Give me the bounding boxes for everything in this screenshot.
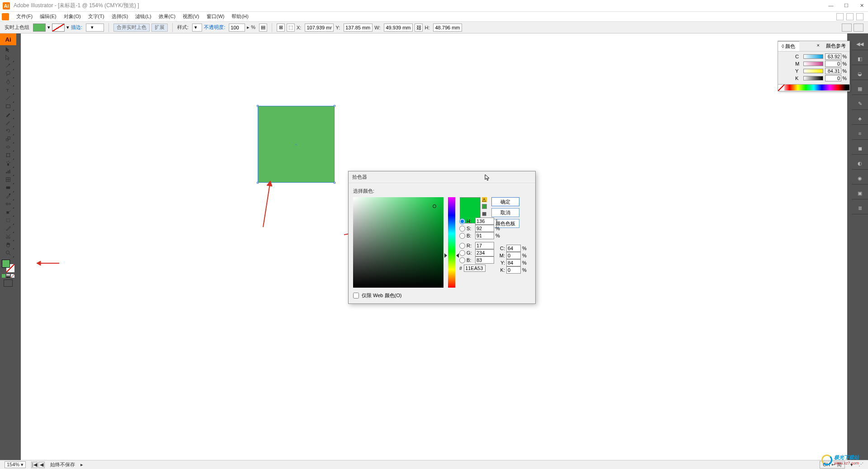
blend-tool[interactable]	[3, 200, 14, 208]
scissors-tool[interactable]	[3, 232, 14, 241]
web-safe-warning-icon[interactable]: ▦	[482, 211, 487, 216]
m-input[interactable]	[825, 61, 841, 67]
g-input[interactable]	[475, 249, 494, 256]
stroke-swatch[interactable]	[52, 24, 65, 32]
spectrum-none-icon[interactable]	[778, 85, 784, 91]
menu-view[interactable]: 视图(V)	[179, 13, 203, 20]
rotate-tool[interactable]	[3, 127, 14, 135]
menu-window[interactable]: 窗口(W)	[203, 13, 228, 20]
g-radio[interactable]	[459, 250, 465, 256]
menu-filter[interactable]: 滤镜(L)	[132, 13, 155, 20]
minimize-icon[interactable]: —	[827, 3, 835, 9]
opacity-input[interactable]	[229, 24, 245, 32]
mesh-tool[interactable]	[3, 175, 14, 184]
gamut-nearest-icon[interactable]	[482, 204, 487, 209]
cancel-button[interactable]: 取消	[491, 208, 519, 217]
s-input[interactable]	[475, 225, 494, 232]
k-slider[interactable]	[803, 76, 823, 81]
menu-object[interactable]: 对象(O)	[60, 13, 85, 20]
r-radio[interactable]	[459, 243, 465, 249]
stroke-dropdown-icon[interactable]: ▾	[66, 24, 69, 30]
save-state-dropdown-icon[interactable]: ▸	[80, 462, 83, 468]
saturation-value-field[interactable]	[353, 197, 443, 288]
fill-swatch[interactable]	[33, 24, 46, 32]
m2-input[interactable]	[506, 252, 521, 259]
stroke-weight-select[interactable]: ▾	[86, 24, 104, 32]
y-input[interactable]	[825, 68, 841, 74]
rectangle-tool[interactable]	[3, 102, 14, 110]
link-wh-icon[interactable]: ⛓	[415, 24, 423, 32]
line-tool[interactable]	[3, 94, 14, 102]
y-input[interactable]	[344, 24, 373, 32]
maximize-icon[interactable]: ☐	[843, 3, 850, 9]
w-input[interactable]	[384, 24, 413, 32]
m-slider[interactable]	[803, 62, 823, 66]
transform-icon[interactable]: ⬚	[287, 24, 295, 32]
close-icon[interactable]: ✕	[858, 3, 865, 9]
opacity-label[interactable]: 不透明度:	[204, 24, 225, 31]
style-select[interactable]: ▾	[192, 24, 202, 32]
menu-edit[interactable]: 编辑(E)	[36, 13, 60, 20]
symbol-sprayer-tool[interactable]	[3, 159, 14, 167]
k-input[interactable]	[825, 75, 841, 81]
solid-color-icon[interactable]	[2, 274, 5, 278]
doc-close-icon[interactable]	[856, 13, 863, 20]
h-input[interactable]	[433, 24, 462, 32]
y2-input[interactable]	[506, 259, 521, 266]
prev-page-icon[interactable]: ◀	[38, 462, 45, 468]
stroke-label[interactable]: 描边:	[71, 24, 82, 31]
tab-color-guide[interactable]: 颜色参考	[822, 41, 849, 51]
first-page-icon[interactable]: |◀	[31, 462, 38, 468]
selection-tool[interactable]	[3, 45, 14, 53]
menu-type[interactable]: 文字(T)	[85, 13, 108, 20]
type-tool[interactable]: T	[3, 86, 14, 94]
web-only-checkbox[interactable]	[353, 293, 359, 298]
menu-effect[interactable]: 效果(C)	[155, 13, 179, 20]
tab-close-icon[interactable]: ×	[814, 41, 822, 51]
appearance-icon[interactable]: ◉	[856, 174, 864, 182]
pen-tool[interactable]	[3, 78, 14, 86]
resize-handle[interactable]	[257, 182, 259, 184]
lasso-tool[interactable]	[3, 70, 14, 78]
gradient-tool[interactable]	[3, 184, 14, 192]
slice-tool[interactable]	[3, 224, 14, 232]
graphic-styles-icon[interactable]: ▣	[856, 189, 864, 197]
doc-info-icon[interactable]: ▤	[259, 24, 267, 32]
tab-color[interactable]: ◊ 颜色	[778, 41, 799, 51]
h-input[interactable]	[475, 218, 494, 225]
hex-input[interactable]	[464, 265, 486, 272]
menu-file[interactable]: 文件(F)	[13, 13, 36, 20]
bb-radio[interactable]	[459, 257, 465, 263]
warp-tool[interactable]	[3, 143, 14, 151]
gradient-panel-icon[interactable]: ◼	[856, 144, 864, 152]
live-paint-tool[interactable]	[3, 208, 14, 216]
fill-dropdown-icon[interactable]: ▾	[47, 24, 50, 30]
doc-restore-min-icon[interactable]	[836, 13, 844, 20]
y-slider[interactable]	[803, 69, 823, 73]
b-radio[interactable]	[459, 233, 465, 239]
s-radio[interactable]	[459, 226, 465, 232]
brushes-icon[interactable]: ✎	[856, 99, 864, 108]
align-icon[interactable]: ⊞	[277, 24, 285, 32]
b-input[interactable]	[475, 232, 494, 239]
swatches-icon[interactable]: ▦	[856, 85, 864, 93]
symbols-icon[interactable]: ♣	[856, 114, 864, 123]
expand-button[interactable]: 扩展	[151, 24, 168, 32]
r-input[interactable]	[475, 242, 494, 249]
pencil-tool[interactable]	[3, 118, 14, 127]
resize-handle[interactable]	[334, 105, 335, 107]
free-transform-tool[interactable]	[3, 151, 14, 159]
eyedropper-tool[interactable]	[3, 192, 14, 200]
c2-input[interactable]	[506, 245, 521, 252]
paintbrush-tool[interactable]	[3, 110, 14, 118]
expand-panels-icon[interactable]: ◀◀	[856, 40, 864, 48]
h-radio[interactable]	[459, 218, 465, 224]
menu-help[interactable]: 帮助(H)	[228, 13, 252, 20]
workspace-icon[interactable]	[854, 24, 863, 32]
doc-restore-icon[interactable]	[846, 13, 854, 20]
screen-mode-toggle-icon[interactable]	[842, 24, 852, 32]
color-guide-icon[interactable]: ◒	[856, 70, 864, 78]
fill-stroke-indicator[interactable]	[2, 260, 14, 272]
c-slider[interactable]	[803, 54, 823, 59]
fill-color-icon[interactable]	[2, 260, 10, 268]
